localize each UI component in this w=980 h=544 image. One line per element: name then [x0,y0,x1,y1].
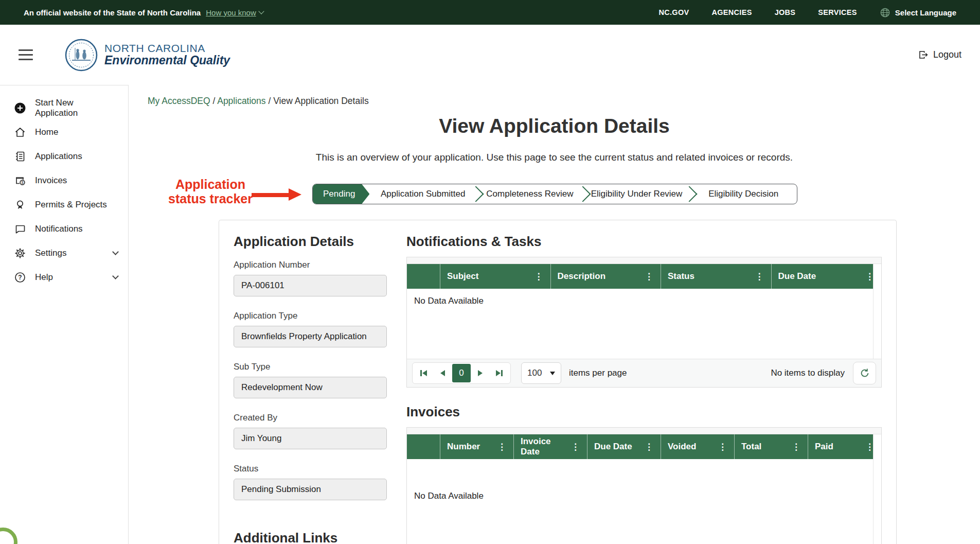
notifications-grid-header: Subject ⋮ Description ⋮ Status ⋮ [407,264,881,289]
tracker-step-application-submitted: Application Submitted [369,184,476,204]
column-menu-icon[interactable]: ⋮ [643,271,655,282]
invoices-grid-body: No Data Available [407,459,881,544]
globe-icon [880,7,890,18]
nc-state-seal-icon [65,39,98,72]
chevron-down-icon [258,8,264,14]
sub-type-field: Redevelopment Now [234,377,387,398]
column-header-invoice-date: Invoice Date ⋮ [513,434,587,459]
how-you-know-link[interactable]: How you know [206,8,263,17]
refresh-icon [859,367,870,379]
no-data-text: No Data Available [414,296,484,306]
column-header-total: Total ⋮ [734,434,808,459]
breadcrumb-applications[interactable]: Applications [217,96,265,106]
site-header: NORTH CAROLINA Environmental Quality Log… [0,25,980,85]
sidebar-item-permits-projects[interactable]: Permits & Projects [0,192,128,217]
column-header-due-date: Due Date ⋮ [587,434,661,459]
annotation-arrow-icon [252,188,303,201]
sidebar-nav: Start New Application Home Applications [0,85,129,544]
column-header-number: Number ⋮ [440,434,513,459]
notifications-pager: 0 100 items per page No items to display [407,359,881,387]
official-website-text: An official website of the State of Nort… [24,8,201,17]
sidebar-item-invoices[interactable]: $ Invoices [0,168,128,192]
notifications-grid-body: No Data Available [407,289,881,359]
column-menu-icon[interactable]: ⋮ [753,271,766,282]
application-number-field: PA-006101 [234,275,387,296]
empty-column-header [407,434,440,459]
page-size-dropdown[interactable]: 100 [521,362,561,384]
pager-current-page[interactable]: 0 [452,364,471,382]
field-label: Application Type [234,311,387,321]
logout-icon [918,49,929,60]
invoices-icon: $ [14,174,26,187]
applications-icon [14,150,26,163]
deq-logo[interactable]: NORTH CAROLINA Environmental Quality [65,39,230,72]
official-state-bar: An official website of the State of Nort… [0,0,980,25]
nav-link-ncgov[interactable]: NC.GOV [659,8,689,16]
tracker-step-completeness-review: Completeness Review [476,184,583,204]
grid-scrollbar-spacer [873,264,881,359]
invoices-heading: Invoices [406,404,882,420]
chat-bubble-icon [14,223,26,235]
field-label: Application Number [234,260,387,270]
invoices-grid-header: Number ⋮ Invoice Date ⋮ Due Date ⋮ [407,434,881,459]
refresh-button[interactable] [853,362,876,384]
sidebar-item-help[interactable]: ? Help [0,265,128,289]
chevron-down-icon [112,249,119,255]
sidebar-item-applications[interactable]: Applications [0,144,128,168]
field-label: Status [234,464,387,474]
empty-column-header [407,264,440,289]
brand-line2: Environmental Quality [104,54,230,67]
sidebar-item-start-new-application[interactable]: Start New Application [0,96,128,120]
application-details-panel: Application Details Application Number P… [234,234,387,544]
nav-link-agencies[interactable]: AGENCIES [712,8,752,16]
column-header-paid: Paid ⋮ [808,434,881,459]
column-header-voided: Voided ⋮ [661,434,734,459]
created-by-field: Jim Young [234,428,387,449]
award-ribbon-icon [14,199,26,211]
svg-text:?: ? [18,274,22,281]
column-header-status: Status ⋮ [661,264,771,289]
field-label: Created By [234,413,387,423]
pager-first-icon[interactable] [414,364,433,382]
column-menu-icon[interactable]: ⋮ [716,442,729,452]
help-icon: ? [14,271,26,284]
application-type-field: Brownfields Property Application [234,326,387,347]
pager-last-icon[interactable] [490,364,509,382]
pager-previous-icon[interactable] [433,364,452,382]
nav-link-services[interactable]: SERVICES [818,8,857,16]
nav-link-jobs[interactable]: JOBS [775,8,796,16]
grid-scrollbar-spacer [873,434,881,544]
column-header-subject: Subject ⋮ [440,264,550,289]
application-details-heading: Application Details [234,234,387,250]
field-label: Sub Type [234,362,387,372]
items-per-page-label: items per page [569,368,627,378]
invoices-grid: Number ⋮ Invoice Date ⋮ Due Date ⋮ [406,427,882,544]
sidebar-item-notifications[interactable]: Notifications [0,217,128,241]
gear-icon [14,247,26,259]
status-field: Pending Submission [234,479,387,500]
dropdown-arrow-icon [550,372,555,375]
column-header-due-date: Due Date ⋮ [771,264,882,289]
breadcrumb-current: View Application Details [273,96,368,106]
sidebar-item-settings[interactable]: Settings [0,241,128,265]
tracker-step-eligibility-decision: Eligibility Decision [690,184,797,204]
column-menu-icon[interactable]: ⋮ [643,442,655,452]
breadcrumb-my-accessdeq[interactable]: My AccessDEQ [148,96,210,106]
logout-button[interactable]: Logout [918,49,961,60]
page-title: View Application Details [129,115,980,137]
brand-line1: NORTH CAROLINA [104,43,230,55]
home-icon [14,126,26,138]
no-data-text: No Data Available [414,491,484,501]
menu-icon[interactable] [19,49,33,60]
application-status-tracker: Pending Application Submitted Completene… [312,184,797,204]
select-language-button[interactable]: Select Language [880,7,956,18]
pager-next-icon[interactable] [471,364,490,382]
column-menu-icon[interactable]: ⋮ [569,442,582,452]
sidebar-item-home[interactable]: Home [0,120,128,144]
pager-status-text: No items to display [771,368,845,378]
column-menu-icon[interactable]: ⋮ [532,271,545,282]
column-menu-icon[interactable]: ⋮ [495,442,508,452]
column-header-description: Description ⋮ [550,264,661,289]
column-menu-icon[interactable]: ⋮ [790,442,803,452]
page-subtitle: This is an overview of your application.… [129,152,980,163]
